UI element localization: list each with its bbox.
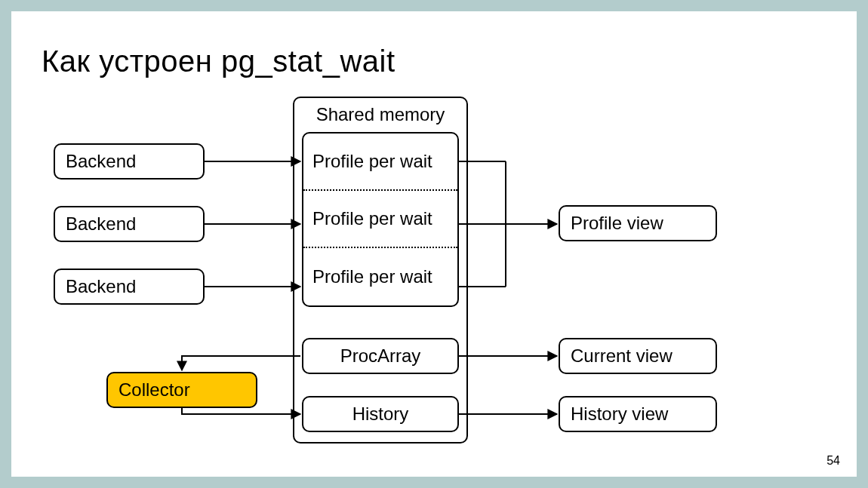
- page-number: 54: [826, 454, 840, 468]
- profile-cell-3: Profile per wait: [303, 248, 457, 305]
- history-label: History: [352, 404, 409, 425]
- slide-title: Как устроен pg_stat_wait: [42, 45, 396, 78]
- collector-label: Collector: [119, 379, 190, 401]
- slide-frame: Как устроен pg_stat_wait Backend Backend…: [11, 11, 857, 477]
- backend-label-3: Backend: [66, 276, 136, 297]
- backend-box-3: Backend: [54, 269, 205, 305]
- profile-cell-2: Profile per wait: [303, 191, 457, 248]
- current-view-label: Current view: [571, 345, 673, 367]
- history-view-box: History view: [559, 396, 717, 432]
- profile-label-2: Profile per wait: [312, 208, 432, 229]
- history-view-label: History view: [571, 404, 668, 425]
- current-view-box: Current view: [559, 338, 717, 374]
- shared-memory-label: Shared memory: [294, 104, 466, 125]
- procarray-box: ProcArray: [302, 338, 459, 374]
- collector-box: Collector: [106, 372, 257, 408]
- profile-label-1: Profile per wait: [312, 151, 432, 172]
- profile-label-3: Profile per wait: [312, 266, 432, 287]
- backend-box-1: Backend: [54, 143, 205, 180]
- backend-label-2: Backend: [66, 213, 136, 235]
- procarray-label: ProcArray: [340, 345, 421, 367]
- profile-view-label: Profile view: [571, 213, 663, 234]
- backend-box-2: Backend: [54, 206, 205, 242]
- profile-stack: Profile per wait Profile per wait Profil…: [302, 132, 459, 307]
- profile-view-box: Profile view: [559, 205, 717, 241]
- history-box: History: [302, 396, 459, 432]
- profile-cell-1: Profile per wait: [303, 134, 457, 191]
- backend-label-1: Backend: [66, 151, 136, 172]
